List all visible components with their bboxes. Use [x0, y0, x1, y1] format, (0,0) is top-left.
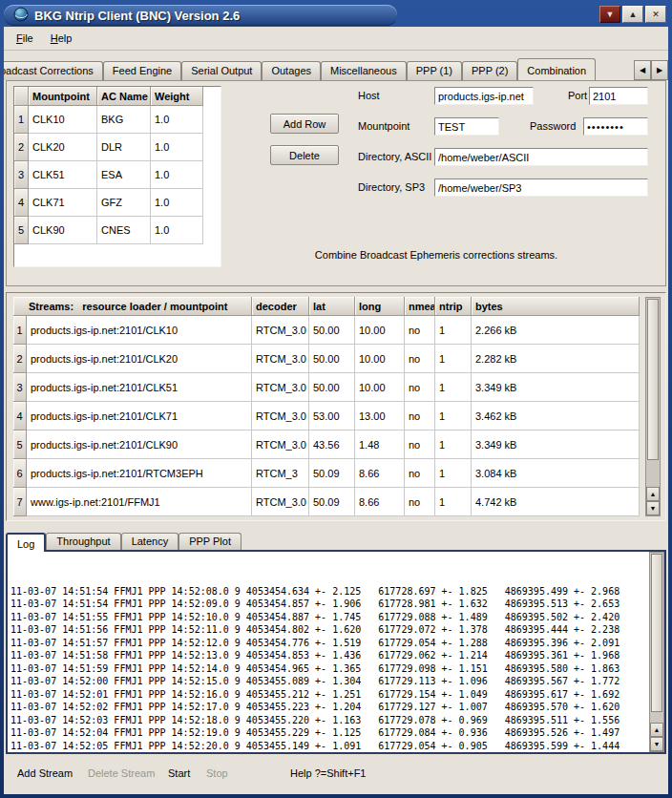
- cell-long[interactable]: 10.00: [355, 373, 405, 402]
- cell-long[interactable]: 8.66: [355, 459, 405, 488]
- cell-bytes[interactable]: 3.084 kB: [472, 459, 640, 488]
- tab-log[interactable]: Log: [6, 533, 46, 552]
- minimize-icon[interactable]: ▼: [599, 6, 620, 23]
- menu-file[interactable]: File: [8, 30, 42, 47]
- menu-help[interactable]: Help: [42, 30, 81, 47]
- cell-ntrip[interactable]: 1: [435, 373, 472, 402]
- cell-decoder[interactable]: RTCM_3.0: [252, 373, 309, 402]
- cell-stream-name[interactable]: www.igs-ip.net:2101/FFMJ1: [27, 488, 252, 516]
- cell-lat[interactable]: 50.09: [309, 459, 355, 488]
- combination-row[interactable]: 1 CLK10 BKG 1.0: [14, 106, 220, 134]
- stream-row[interactable]: 2 products.igs-ip.net:2101/CLK20 RTCM_3.…: [13, 345, 640, 373]
- cell-ntrip[interactable]: 1: [435, 345, 472, 373]
- cell-ac-name[interactable]: CNES: [97, 217, 151, 244]
- cell-ntrip[interactable]: 1: [435, 430, 472, 459]
- scroll-down-icon[interactable]: ▼: [650, 737, 663, 751]
- tab-combination[interactable]: Combination: [517, 58, 596, 80]
- password-input[interactable]: [583, 117, 648, 136]
- cell-ntrip[interactable]: 1: [435, 402, 472, 430]
- tab-broadcast-corrections[interactable]: oadcast Corrections: [4, 61, 103, 80]
- cell-bytes[interactable]: 2.282 kB: [472, 345, 640, 373]
- col-weight[interactable]: Weight: [151, 87, 203, 106]
- cell-weight[interactable]: 1.0: [151, 161, 203, 189]
- cell-ac-name[interactable]: ESA: [97, 161, 151, 189]
- cell-long[interactable]: 10.00: [355, 316, 405, 345]
- col-long[interactable]: long: [355, 297, 405, 316]
- combination-row[interactable]: 4 CLK71 GFZ 1.0: [14, 189, 220, 217]
- help-label[interactable]: Help ?=Shift+F1: [290, 767, 367, 779]
- cell-nmea[interactable]: no: [405, 316, 435, 345]
- cell-stream-name[interactable]: products.igs-ip.net:2101/CLK71: [27, 402, 252, 430]
- cell-long[interactable]: 8.66: [355, 488, 405, 516]
- cell-nmea[interactable]: no: [405, 373, 435, 402]
- stream-row[interactable]: 4 products.igs-ip.net:2101/CLK71 RTCM_3.…: [13, 402, 640, 430]
- cell-stream-name[interactable]: products.igs-ip.net:2101/CLK20: [27, 345, 252, 373]
- cell-nmea[interactable]: no: [405, 488, 435, 516]
- cell-ac-name[interactable]: GFZ: [97, 189, 151, 217]
- add-row-button[interactable]: Add Row: [270, 114, 339, 134]
- stream-row[interactable]: 3 products.igs-ip.net:2101/CLK51 RTCM_3.…: [13, 373, 640, 402]
- cell-ac-name[interactable]: BKG: [97, 106, 151, 134]
- cell-ntrip[interactable]: 1: [435, 459, 472, 488]
- scroll-up-icon[interactable]: ▲: [650, 723, 663, 737]
- cell-mountpoint[interactable]: CLK20: [29, 134, 97, 161]
- cell-mountpoint[interactable]: CLK90: [29, 217, 97, 244]
- tab-throughput[interactable]: Throughput: [46, 533, 120, 550]
- maximize-icon[interactable]: ▲: [622, 6, 643, 23]
- cell-decoder[interactable]: RTCM_3.0: [252, 316, 309, 345]
- scroll-up-icon[interactable]: ▲: [646, 487, 660, 501]
- cell-lat[interactable]: 53.00: [309, 402, 355, 430]
- stream-row[interactable]: 1 products.igs-ip.net:2101/CLK10 RTCM_3.…: [13, 316, 640, 345]
- tab-ppp-2[interactable]: PPP (2): [462, 61, 517, 80]
- cell-bytes[interactable]: 3.349 kB: [472, 373, 640, 402]
- directory-ascii-input[interactable]: [434, 148, 648, 166]
- log-scrollbar[interactable]: ▲ ▼: [649, 552, 664, 752]
- cell-nmea[interactable]: no: [405, 459, 435, 488]
- cell-long[interactable]: 10.00: [355, 345, 405, 373]
- cell-decoder[interactable]: RTCM_3.0: [252, 345, 309, 373]
- cell-lat[interactable]: 50.00: [309, 373, 355, 402]
- tab-feed-engine[interactable]: Feed Engine: [103, 61, 181, 80]
- cell-nmea[interactable]: no: [405, 345, 435, 373]
- col-bytes[interactable]: bytes: [472, 297, 640, 316]
- port-input[interactable]: [589, 87, 648, 105]
- cell-weight[interactable]: 1.0: [151, 106, 203, 134]
- combination-row[interactable]: 3 CLK51 ESA 1.0: [14, 161, 220, 189]
- cell-ntrip[interactable]: 1: [435, 488, 472, 516]
- tab-ppp-1[interactable]: PPP (1): [407, 61, 462, 80]
- streams-scrollbar[interactable]: ▲ ▼: [645, 297, 661, 516]
- col-nmea[interactable]: nmea: [405, 297, 435, 316]
- tab-scroll-right-icon[interactable]: ▶: [651, 60, 668, 80]
- scrollbar-thumb[interactable]: [647, 299, 659, 460]
- cell-bytes[interactable]: 3.462 kB: [472, 402, 640, 430]
- stream-row[interactable]: 5 products.igs-ip.net:2101/CLK90 RTCM_3.…: [13, 430, 640, 459]
- cell-lat[interactable]: 43.56: [309, 430, 355, 459]
- log-output[interactable]: 11-03-07 14:51:54 FFMJ1 PPP 14:52:08.0 9…: [6, 550, 666, 754]
- delete-button[interactable]: Delete: [270, 145, 339, 165]
- cell-nmea[interactable]: no: [405, 430, 435, 459]
- cell-stream-name[interactable]: products.igs-ip.net:2101/CLK90: [27, 430, 252, 459]
- scrollbar-thumb[interactable]: [651, 554, 662, 712]
- tab-miscellaneous[interactable]: Miscellaneous: [321, 61, 407, 80]
- cell-lat[interactable]: 50.00: [309, 345, 355, 373]
- cell-decoder[interactable]: RTCM_3.0: [252, 430, 309, 459]
- cell-mountpoint[interactable]: CLK71: [29, 189, 97, 217]
- cell-bytes[interactable]: 4.742 kB: [472, 488, 640, 516]
- cell-stream-name[interactable]: products.igs-ip.net:2101/CLK10: [27, 316, 252, 345]
- close-icon[interactable]: ✕: [645, 6, 666, 23]
- cell-ntrip[interactable]: 1: [435, 316, 472, 345]
- cell-decoder[interactable]: RTCM_3: [252, 459, 309, 488]
- tab-outages[interactable]: Outages: [262, 61, 321, 80]
- col-ac-name[interactable]: AC Name: [97, 87, 151, 106]
- cell-stream-name[interactable]: products.igs-ip.net:2101/CLK51: [27, 373, 252, 402]
- cell-long[interactable]: 13.00: [355, 402, 405, 430]
- cell-mountpoint[interactable]: CLK51: [29, 161, 97, 189]
- combination-table[interactable]: Mountpoint AC Name Weight 1 CLK10 BKG 1.…: [13, 86, 221, 267]
- add-stream-button[interactable]: Add Stream: [17, 767, 73, 779]
- cell-decoder[interactable]: RTCM_3.0: [252, 402, 309, 430]
- tab-serial-output[interactable]: Serial Output: [181, 61, 262, 80]
- mountpoint-input[interactable]: [434, 117, 499, 136]
- cell-long[interactable]: 1.48: [355, 430, 405, 459]
- col-lat[interactable]: lat: [309, 297, 355, 316]
- combination-row[interactable]: 5 CLK90 CNES 1.0: [14, 217, 220, 244]
